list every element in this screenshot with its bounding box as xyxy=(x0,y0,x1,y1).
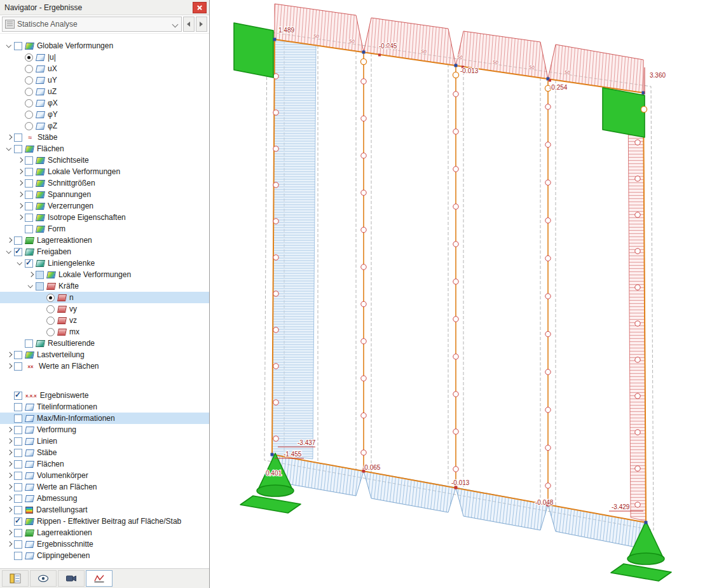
checkbox[interactable] xyxy=(25,156,33,165)
checkbox[interactable] xyxy=(14,426,22,434)
checkbox[interactable] xyxy=(14,362,22,371)
tree-item-mx[interactable]: mx xyxy=(0,326,209,338)
tree-item-spannungen[interactable]: Spannungen xyxy=(0,189,209,200)
tree-item-z[interactable]: φZ xyxy=(0,120,209,132)
radio-button[interactable] xyxy=(46,317,55,325)
radio-button[interactable] xyxy=(25,111,33,119)
checkbox[interactable] xyxy=(25,179,33,188)
expander-closed-icon[interactable] xyxy=(16,213,25,222)
tree-item-ergebniswerte[interactable]: x.x.xErgebniswerte xyxy=(0,390,209,401)
checkbox[interactable] xyxy=(14,248,22,256)
tree-item-werte-an-fl-chen[interactable]: xxWerte an Flächen xyxy=(0,360,209,372)
next-loadcase-button[interactable] xyxy=(196,17,207,32)
tree-item-fl-chen[interactable]: Flächen xyxy=(0,458,209,470)
analysis-type-dropdown[interactable]: Statische Analyse xyxy=(2,17,182,32)
checkbox[interactable] xyxy=(25,191,33,199)
tree-item-resultierende[interactable]: Resultierende xyxy=(0,338,209,349)
checkbox[interactable] xyxy=(25,168,33,176)
model-viewport[interactable]: 1.489 -0.245 -0.013 -0.254 3.360 -3.437 … xyxy=(210,0,712,588)
checkbox[interactable] xyxy=(14,449,22,457)
checkbox[interactable] xyxy=(14,145,22,153)
expander-closed-icon[interactable] xyxy=(16,167,25,176)
expander-open-icon[interactable] xyxy=(5,41,14,50)
expander-closed-icon[interactable] xyxy=(16,156,25,165)
tree-item-x[interactable]: φX xyxy=(0,97,209,109)
tree-item-st-be[interactable]: Stäbe xyxy=(0,447,209,458)
expander-closed-icon[interactable] xyxy=(5,437,14,446)
tree-item-verzerrungen[interactable]: Verzerrungen xyxy=(0,200,209,212)
checkbox[interactable] xyxy=(36,282,44,291)
radio-button[interactable] xyxy=(25,99,33,107)
expander-closed-icon[interactable] xyxy=(16,179,25,188)
checkbox[interactable] xyxy=(25,202,33,210)
tree-item-clippingebenen[interactable]: Clippingebenen xyxy=(0,550,209,561)
checkbox[interactable] xyxy=(14,351,22,359)
expander-closed-icon[interactable] xyxy=(5,482,14,491)
expander-closed-icon[interactable] xyxy=(5,471,14,480)
checkbox[interactable] xyxy=(14,540,22,549)
tree-item-st-be[interactable]: Stäbe xyxy=(0,132,209,143)
tree-item-lagerreaktionen[interactable]: Lagerreaktionen xyxy=(0,235,209,246)
expander-closed-icon[interactable] xyxy=(5,540,14,549)
radio-button[interactable] xyxy=(46,328,55,336)
tree-item-verformung[interactable]: Verformung xyxy=(0,424,209,435)
expander-open-icon[interactable] xyxy=(5,247,14,256)
expander-closed-icon[interactable] xyxy=(5,362,14,371)
tree-item-kr-fte[interactable]: Kräfte xyxy=(0,280,209,292)
expander-closed-icon[interactable] xyxy=(5,425,14,434)
tree-item-darstellungsart[interactable]: Darstellungsart xyxy=(0,504,209,516)
checkbox[interactable] xyxy=(25,259,33,268)
tree-item-volumenk-rper[interactable]: Volumenkörper xyxy=(0,470,209,481)
tree-item-werte-an-fl-chen[interactable]: Werte an Flächen xyxy=(0,481,209,493)
tree-item-y[interactable]: φY xyxy=(0,109,209,120)
expander-closed-icon[interactable] xyxy=(5,236,14,245)
expander-closed-icon[interactable] xyxy=(5,528,14,537)
checkbox[interactable] xyxy=(14,42,22,50)
radio-button[interactable] xyxy=(25,88,33,96)
tree-item-lokale-verformungen[interactable]: Lokale Verformungen xyxy=(0,269,209,280)
checkbox[interactable] xyxy=(14,529,22,537)
expander-closed-icon[interactable] xyxy=(16,190,25,199)
tree-item-n[interactable]: n xyxy=(0,292,209,303)
expander-closed-icon[interactable] xyxy=(5,494,14,503)
tree-item-schichtseite[interactable]: Schichtseite xyxy=(0,154,209,166)
tab-results-navigator[interactable] xyxy=(86,570,113,587)
checkbox[interactable] xyxy=(25,214,33,222)
checkbox[interactable] xyxy=(25,225,33,233)
tree-item-lagerreaktionen[interactable]: Lagerreaktionen xyxy=(0,527,209,538)
expander-open-icon[interactable] xyxy=(16,259,25,268)
expander-closed-icon[interactable] xyxy=(16,202,25,210)
tree-item-freigaben[interactable]: Freigaben xyxy=(0,246,209,257)
expander-closed-icon[interactable] xyxy=(5,505,14,514)
checkbox[interactable] xyxy=(14,472,22,480)
radio-button[interactable] xyxy=(25,53,33,62)
tree-item-rippen-effektiver-beitrag-auf-fl-che-stab[interactable]: Rippen - Effektiver Beitrag auf Fläche/S… xyxy=(0,516,209,527)
expander-closed-icon[interactable] xyxy=(5,133,14,142)
tree-item-fl-chen[interactable]: Flächen xyxy=(0,143,209,154)
tree-item-form[interactable]: Form xyxy=(0,223,209,235)
checkbox[interactable] xyxy=(14,414,22,423)
expander-closed-icon[interactable] xyxy=(5,350,14,359)
checkbox[interactable] xyxy=(14,236,22,245)
checkbox[interactable] xyxy=(14,495,22,503)
tab-data-navigator[interactable] xyxy=(2,570,29,587)
tree-item-max-min-informationen[interactable]: Max/Min-Informationen xyxy=(0,413,209,424)
tree-item-lastverteilung[interactable]: Lastverteilung xyxy=(0,349,209,360)
tree-item-ergebnisschnitte[interactable]: Ergebnisschnitte xyxy=(0,538,209,550)
tree-item-ux[interactable]: uX xyxy=(0,63,209,74)
expander-closed-icon[interactable] xyxy=(5,460,14,468)
checkbox[interactable] xyxy=(14,460,22,468)
previous-loadcase-button[interactable] xyxy=(183,17,195,32)
tree-item-uy[interactable]: uY xyxy=(0,74,209,86)
radio-button[interactable] xyxy=(25,122,33,130)
tree-item-titelinformationen[interactable]: Titelinformationen xyxy=(0,401,209,413)
expander-closed-icon[interactable] xyxy=(5,448,14,457)
tree-item-isotrope-eigenschaften[interactable]: Isotrope Eigenschaften xyxy=(0,212,209,223)
radio-button[interactable] xyxy=(25,76,33,85)
tree-item-liniengelenke[interactable]: Liniengelenke xyxy=(0,257,209,269)
tree-item-globale-verformungen[interactable]: Globale Verformungen xyxy=(0,40,209,51)
tree-item-u[interactable]: |u| xyxy=(0,51,209,63)
checkbox[interactable] xyxy=(14,392,22,400)
checkbox[interactable] xyxy=(14,506,22,514)
tree-item-schnittgr-en[interactable]: Schnittgrößen xyxy=(0,177,209,189)
